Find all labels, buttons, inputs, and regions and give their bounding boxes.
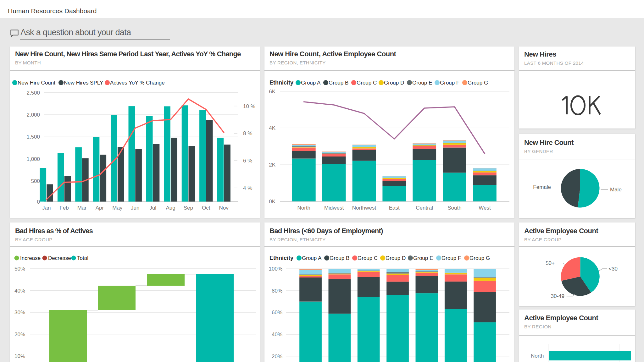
svg-text:6 %: 6 % xyxy=(243,158,252,164)
svg-text:20%: 20% xyxy=(14,332,25,337)
svg-text:4 %: 4 % xyxy=(243,185,252,191)
svg-text:Actives YoY % Change: Actives YoY % Change xyxy=(110,80,165,86)
svg-text:Central: Central xyxy=(416,205,433,211)
svg-text:Midwest: Midwest xyxy=(324,205,344,211)
svg-text:Group E: Group E xyxy=(412,80,432,86)
svg-text:North: North xyxy=(297,205,311,211)
svg-text:Apr: Apr xyxy=(96,205,104,211)
svg-text:Male: Male xyxy=(610,187,622,193)
svg-text:40%: 40% xyxy=(272,332,282,337)
svg-text:2K: 2K xyxy=(269,162,275,168)
svg-text:Nov: Nov xyxy=(219,205,229,211)
svg-text:80%: 80% xyxy=(272,288,282,294)
svg-text:500: 500 xyxy=(31,178,40,184)
svg-text:Group A: Group A xyxy=(301,80,321,86)
svg-text:Northwest: Northwest xyxy=(352,205,376,211)
svg-text:30-49: 30-49 xyxy=(551,293,564,299)
svg-text:Decrease: Decrease xyxy=(48,255,71,261)
svg-text:Group A: Group A xyxy=(302,255,322,261)
svg-text:New Hires SPLY: New Hires SPLY xyxy=(64,80,103,86)
svg-text:New Hire Count: New Hire Count xyxy=(18,80,55,86)
svg-text:North: North xyxy=(531,353,544,359)
svg-text:Group G: Group G xyxy=(468,80,488,86)
svg-text:<30: <30 xyxy=(608,266,618,272)
svg-text:100%: 100% xyxy=(269,266,282,272)
svg-text:Group C: Group C xyxy=(358,255,378,261)
svg-text:Group D: Group D xyxy=(386,255,406,261)
svg-text:Ethnicity: Ethnicity xyxy=(269,255,293,261)
svg-text:40%: 40% xyxy=(14,288,25,294)
svg-text:50%: 50% xyxy=(14,266,25,272)
svg-text:Group C: Group C xyxy=(357,80,377,86)
svg-text:8 %: 8 % xyxy=(243,130,252,136)
svg-text:Sep: Sep xyxy=(184,205,193,211)
svg-text:May: May xyxy=(112,205,123,211)
svg-text:Mar: Mar xyxy=(77,205,87,211)
svg-text:Group F: Group F xyxy=(441,255,461,261)
svg-text:Jan: Jan xyxy=(42,205,51,211)
svg-text:Group F: Group F xyxy=(440,80,459,86)
svg-text:10 %: 10 % xyxy=(243,103,255,109)
svg-text:1,000: 1,000 xyxy=(26,156,40,162)
svg-text:Total: Total xyxy=(77,255,88,261)
svg-text:South: South xyxy=(447,205,461,211)
svg-text:Group D: Group D xyxy=(384,80,404,86)
svg-text:4K: 4K xyxy=(269,125,275,131)
svg-text:East: East xyxy=(389,205,400,211)
svg-text:Aug: Aug xyxy=(166,205,175,211)
svg-text:Group G: Group G xyxy=(469,255,490,261)
svg-text:Group B: Group B xyxy=(330,255,349,261)
svg-text:10%: 10% xyxy=(14,353,25,359)
svg-text:Group E: Group E xyxy=(413,255,433,261)
svg-text:60%: 60% xyxy=(272,310,282,315)
svg-text:Feb: Feb xyxy=(59,205,69,211)
svg-text:Group B: Group B xyxy=(329,80,348,86)
svg-text:Jun: Jun xyxy=(131,205,139,211)
svg-text:Ethnicity: Ethnicity xyxy=(269,80,293,86)
svg-text:0: 0 xyxy=(37,199,40,205)
svg-text:West: West xyxy=(479,205,491,211)
svg-text:2,000: 2,000 xyxy=(26,112,40,118)
svg-text:1,500: 1,500 xyxy=(26,134,40,140)
svg-text:0K: 0K xyxy=(269,199,275,205)
svg-text:50+: 50+ xyxy=(546,260,555,266)
svg-text:6K: 6K xyxy=(269,89,275,95)
svg-text:20%: 20% xyxy=(272,354,282,359)
svg-text:Female: Female xyxy=(533,184,551,190)
svg-text:Oct: Oct xyxy=(202,205,210,211)
svg-text:Jul: Jul xyxy=(149,205,156,211)
svg-text:Increase: Increase xyxy=(20,255,41,261)
svg-text:30%: 30% xyxy=(14,310,25,315)
svg-text:2,500: 2,500 xyxy=(26,90,40,96)
